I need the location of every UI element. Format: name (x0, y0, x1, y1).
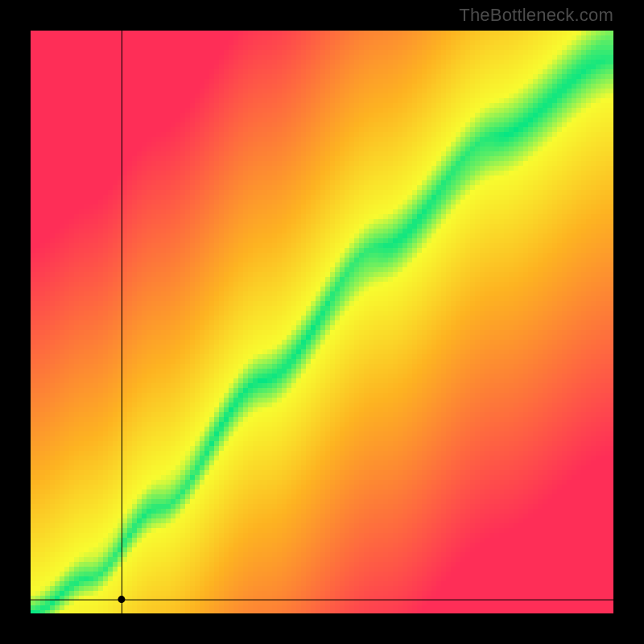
bottleneck-heatmap (31, 31, 613, 613)
outer-black-frame: TheBottleneck.com (0, 0, 644, 644)
watermark-text: TheBottleneck.com (459, 5, 613, 26)
